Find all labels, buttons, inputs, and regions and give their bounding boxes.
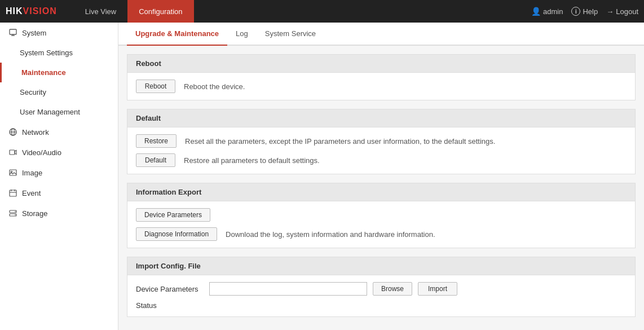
sidebar-item-system[interactable]: System — [0, 23, 118, 43]
status-row: Status — [136, 301, 627, 310]
system-icon — [8, 28, 17, 37]
image-icon — [8, 168, 17, 177]
tab-log[interactable]: Log — [227, 23, 257, 46]
svg-rect-0 — [10, 29, 16, 34]
device-parameters-row: Device Parameters — [136, 208, 627, 222]
sidebar-item-image[interactable]: Image — [0, 162, 118, 183]
sidebar: System System Settings Maintenance Secur… — [0, 23, 118, 330]
person-icon: 👤 — [531, 7, 541, 16]
logo-text: HIKVISION — [6, 6, 57, 16]
default-row: Default Restore all parameters to defaul… — [136, 153, 627, 167]
sidebar-item-user-management[interactable]: User Management — [0, 102, 118, 122]
logout-button[interactable]: → Logout — [606, 7, 638, 16]
tabs-bar: Upgrade & Maintenance Log System Service — [118, 23, 644, 46]
sidebar-item-video-audio[interactable]: Video/Audio — [0, 142, 118, 162]
status-label: Status — [136, 301, 204, 310]
info-export-section: Information Export Device Parameters Dia… — [127, 183, 636, 248]
help-button[interactable]: i Help — [571, 7, 598, 16]
tab-upgrade-maintenance[interactable]: Upgrade & Maintenance — [127, 23, 227, 46]
svg-marker-7 — [15, 151, 16, 155]
svg-point-16 — [15, 211, 16, 212]
default-section: Default Restore Reset all the parameters… — [127, 109, 636, 174]
help-icon: i — [571, 7, 580, 16]
sidebar-item-network[interactable]: Network — [0, 122, 118, 142]
main-content: Upgrade & Maintenance Log System Service… — [118, 23, 644, 330]
storage-icon — [8, 209, 17, 218]
browse-button[interactable]: Browse — [373, 282, 412, 296]
import-button[interactable]: Import — [418, 282, 457, 296]
logo: HIKVISION — [6, 6, 57, 16]
svg-rect-8 — [10, 170, 16, 175]
import-config-header: Import Config. File — [127, 257, 635, 275]
diagnose-info-row: Diagnose Information Download the log, s… — [136, 227, 627, 241]
import-config-section: Import Config. File Device Parameters Br… — [127, 257, 636, 317]
device-parameters-button[interactable]: Device Parameters — [136, 208, 210, 222]
network-icon — [8, 127, 17, 137]
import-device-params-row: Device Parameters Browse Import — [136, 282, 627, 296]
sidebar-item-security[interactable]: Security — [0, 82, 118, 102]
event-icon — [8, 188, 17, 197]
restore-button[interactable]: Restore — [136, 134, 177, 148]
top-nav-links: Live View Configuration — [74, 0, 531, 23]
logout-icon: → — [606, 7, 614, 16]
tab-system-service[interactable]: System Service — [257, 23, 324, 46]
default-button[interactable]: Default — [136, 153, 175, 167]
diagnose-information-button[interactable]: Diagnose Information — [136, 227, 217, 241]
import-file-input[interactable] — [209, 282, 367, 296]
import-device-params-label: Device Parameters — [136, 285, 204, 293]
sidebar-item-system-settings[interactable]: System Settings — [0, 43, 118, 63]
reboot-section: Reboot Reboot Reboot the device. — [127, 54, 636, 100]
svg-rect-10 — [10, 190, 16, 196]
default-header: Default — [127, 109, 635, 127]
reboot-body: Reboot Reboot the device. — [127, 73, 635, 100]
top-nav-right: 👤 admin i Help → Logout — [531, 7, 638, 16]
nav-configuration[interactable]: Configuration — [127, 0, 193, 23]
default-description: Restore all parameters to default settin… — [184, 156, 320, 165]
reboot-header: Reboot — [127, 55, 635, 73]
svg-point-9 — [11, 171, 12, 172]
info-export-body: Device Parameters Diagnose Information D… — [127, 201, 635, 248]
page-content: Reboot Reboot Reboot the device. Default… — [118, 46, 644, 330]
sidebar-item-event[interactable]: Event — [0, 183, 118, 203]
restore-description: Reset all the parameters, except the IP … — [185, 137, 495, 146]
reboot-row: Reboot Reboot the device. — [136, 80, 627, 93]
default-body: Restore Reset all the parameters, except… — [127, 127, 635, 174]
sidebar-item-maintenance[interactable]: Maintenance — [0, 63, 118, 82]
reboot-button[interactable]: Reboot — [136, 80, 175, 93]
svg-point-17 — [15, 214, 16, 215]
import-config-body: Device Parameters Browse Import Status — [127, 275, 635, 316]
admin-menu[interactable]: 👤 admin — [531, 7, 563, 16]
diagnose-description: Download the log, system information and… — [226, 230, 435, 239]
reboot-description: Reboot the device. — [184, 82, 245, 91]
sidebar-item-storage[interactable]: Storage — [0, 203, 118, 223]
info-export-header: Information Export — [127, 183, 635, 201]
svg-rect-6 — [10, 150, 15, 155]
nav-live-view[interactable]: Live View — [74, 0, 127, 23]
top-nav: HIKVISION Live View Configuration 👤 admi… — [0, 0, 644, 23]
main-layout: System System Settings Maintenance Secur… — [0, 23, 644, 330]
video-icon — [8, 148, 17, 157]
restore-row: Restore Reset all the parameters, except… — [136, 134, 627, 148]
